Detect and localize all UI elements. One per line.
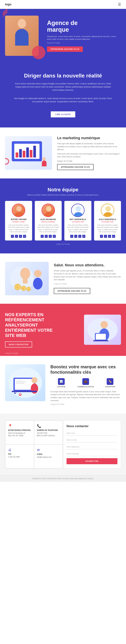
team-social-1: f t y in [37, 235, 60, 238]
svg-point-6 [105, 206, 111, 212]
diriger-cta-button[interactable]: LIRE LA SUITE [51, 111, 75, 118]
team-social-3: f t y in [96, 235, 119, 238]
social-f-2[interactable]: f [70, 235, 73, 238]
svg-point-37 [15, 392, 16, 393]
boost-feature-label-1: COMMERCIALISATION [75, 386, 96, 388]
contact-val-0: Suite 10x Broadway St New York, NY 10001 [8, 432, 31, 437]
contact-val-1: 234-987-5432 888-C1S-4567 (toll free) [37, 432, 60, 437]
svg-text:$: $ [28, 288, 29, 290]
boost-feature-icon-0: 📊 [58, 378, 65, 385]
team-grid: JEFFREY BROWN fondateur créatif Gitur am… [5, 201, 121, 240]
boost-description: Id semger divas diam hendrerit gravida. … [50, 390, 121, 402]
hero-title: Agence de marque [47, 20, 121, 33]
svg-point-4 [76, 206, 81, 212]
social-in-2[interactable]: in [82, 235, 85, 238]
team-social-2: f t y in [66, 235, 89, 238]
team-name-3: ALEX GREENFIELD [96, 218, 119, 220]
team-card-0: JEFFREY BROWN fondateur créatif Gitur am… [5, 201, 32, 240]
avatar-svg-1 [42, 204, 55, 217]
marketing-cta-button[interactable]: APPRENDRE ENCORE PLUS [57, 164, 94, 170]
hero-section: Agence de marque Sample text. Lorem ipsu… [0, 9, 126, 62]
person-head [18, 19, 26, 28]
team-desc-2: Gitur amet riisul libero malada amet nib… [66, 224, 89, 233]
location-icon: 📍 [8, 424, 31, 428]
hero-cta-button[interactable]: APPRENDRE ENCORE PLUS [47, 46, 83, 52]
boost-feature-icon-2: ✏️ [107, 378, 113, 385]
small-body [42, 160, 47, 166]
social-in-3[interactable]: in [112, 235, 115, 238]
svg-point-35 [20, 394, 21, 395]
cta-button[interactable]: NOUS CONTACTER [5, 342, 32, 348]
social-f-0[interactable]: f [11, 235, 14, 238]
social-y-3[interactable]: y [108, 235, 111, 238]
contact-form-area: Nous contacter SOUMETTRE [63, 420, 121, 468]
salut-section: $ $ $ Salut. Nous vous attendions. Ornar… [0, 254, 126, 304]
marketing-credit: Images de Freepik [57, 160, 121, 163]
contact-info-0: 📍 NOTRE BUREAU PRINCIPAL Suite 10x Broad… [5, 420, 34, 444]
name-input[interactable] [67, 431, 117, 436]
salut-title: Salut. Nous vous attendions. [54, 263, 121, 267]
team-card-1: ALEX RICHMOND directeur artistique Gitur… [35, 201, 62, 240]
contact-val-3: info@company.com [37, 456, 60, 458]
social-t-3[interactable]: t [104, 235, 107, 238]
social-f-3[interactable]: f [100, 235, 103, 238]
avatar-svg-2 [72, 204, 84, 217]
svg-point-31 [31, 377, 38, 383]
social-y-2[interactable]: y [78, 235, 81, 238]
equipe-section: Notre équipe Ullamco porttitor habitant … [0, 178, 126, 254]
social-f-1[interactable]: f [41, 235, 44, 238]
cta-section: NOS EXPERTS EN RÉFÉRENCEMENT ANALYSERONT… [0, 304, 126, 356]
svg-point-17 [34, 270, 42, 277]
salut-cta-button[interactable]: APPRENDRE ENCORE PLUS [54, 288, 90, 294]
contact-val-2: 1-344-321-9001 [8, 456, 31, 458]
svg-point-7 [104, 212, 112, 217]
cta-illustration [86, 316, 119, 343]
svg-rect-24 [93, 340, 108, 341]
person-small-graphic [41, 157, 47, 167]
bar-5 [30, 150, 32, 158]
monitor-graphic [12, 141, 42, 161]
contact-info-1: 📞 NUMÉRO DE TÉLÉPHONE 234-987-5432 888-C… [34, 420, 63, 444]
boost-features: 📊 STRATÉGIE 💼 COMMERCIALISATION ✏️ CONCE… [50, 378, 121, 388]
marketing-image-area [5, 136, 52, 170]
marketing-illustration [9, 138, 49, 168]
contact-title-0: NOTRE BUREAU PRINCIPAL [8, 429, 31, 431]
person-body [15, 29, 29, 46]
social-in-1[interactable]: in [53, 235, 56, 238]
boost-illustration [7, 366, 44, 400]
avatar-3 [101, 204, 114, 217]
marketing-section: Le marketing numérique Felis eget velit … [0, 128, 126, 178]
social-t-0[interactable]: t [15, 235, 18, 238]
submit-button[interactable]: SOUMETTRE [67, 458, 117, 464]
avatar-svg-3 [101, 204, 114, 217]
svg-text:$: $ [17, 286, 18, 288]
hamburger-icon[interactable]: ☰ [118, 2, 121, 6]
bar-1 [16, 152, 18, 158]
social-y-0[interactable]: y [19, 235, 22, 238]
team-social-0: f t y in [7, 235, 30, 238]
person-silhouette [9, 19, 35, 52]
social-in-0[interactable]: in [23, 235, 26, 238]
contact-title-1: NUMÉRO DE TÉLÉPHONE [37, 429, 60, 431]
diriger-section: Diriger dans la nouvelle réalité Anem le… [0, 62, 126, 128]
team-name-2: MAY GREENFIELD [66, 218, 89, 220]
email-input[interactable] [67, 438, 117, 442]
message-input[interactable] [67, 451, 117, 456]
salut-image-area: $ $ $ [5, 262, 49, 295]
svg-rect-29 [16, 382, 26, 382]
fax-icon: 🖨 [8, 448, 31, 452]
team-role-1: directeur artistique [37, 221, 60, 223]
social-t-1[interactable]: t [45, 235, 48, 238]
monitor-screen [14, 144, 40, 159]
team-name-0: JEFFREY BROWN [7, 218, 30, 220]
contact-info-2: 🖨 FAX 1-344-321-9001 [5, 444, 34, 468]
social-y-1[interactable]: y [49, 235, 52, 238]
boost-feature-0: 📊 STRATÉGIE [50, 378, 72, 388]
phone-input[interactable] [67, 444, 117, 449]
team-role-3: concepteur web [96, 221, 119, 223]
contact-info-3: ✉ E-MAIL info@company.com [34, 444, 63, 468]
cta-image-area [84, 314, 121, 345]
svg-point-0 [16, 206, 22, 212]
logo[interactable]: logo [5, 3, 12, 6]
social-t-2[interactable]: t [74, 235, 77, 238]
